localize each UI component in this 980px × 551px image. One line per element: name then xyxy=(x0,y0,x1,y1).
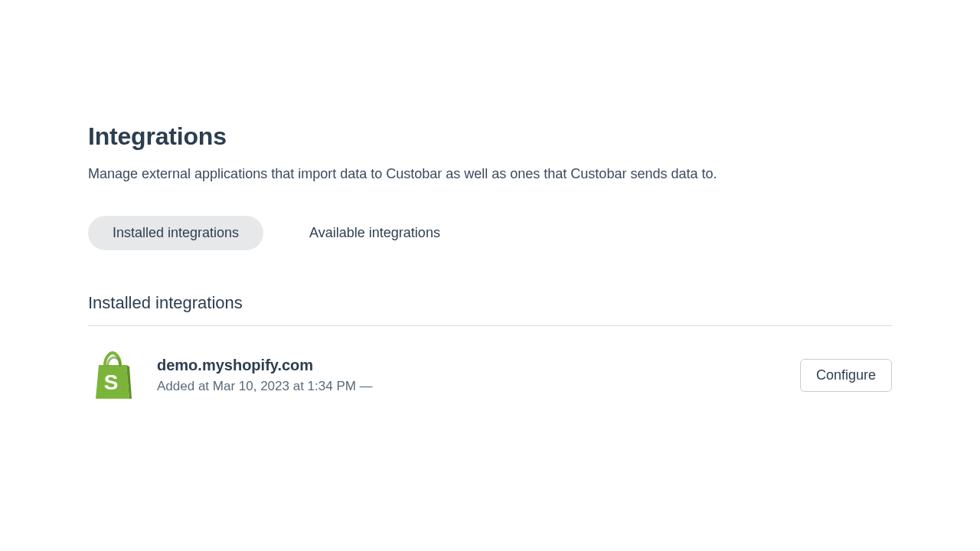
page-title: Integrations xyxy=(88,122,892,151)
configure-button[interactable]: Configure xyxy=(800,359,892,392)
page-subtitle: Manage external applications that import… xyxy=(88,165,892,184)
tab-installed-integrations[interactable]: Installed integrations xyxy=(88,216,263,250)
shopify-icon: S xyxy=(88,347,137,403)
integration-row: S demo.myshopify.com Added at Mar 10, 20… xyxy=(88,344,892,406)
integration-name: demo.myshopify.com xyxy=(157,357,780,374)
tab-available-integrations[interactable]: Available integrations xyxy=(285,216,465,250)
svg-text:S: S xyxy=(104,370,119,394)
integration-meta: Added at Mar 10, 2023 at 1:34 PM — xyxy=(157,379,780,394)
tabs: Installed integrations Available integra… xyxy=(88,216,892,250)
section-title-installed: Installed integrations xyxy=(88,293,892,313)
integration-info: demo.myshopify.com Added at Mar 10, 2023… xyxy=(157,357,780,394)
divider xyxy=(88,325,892,326)
